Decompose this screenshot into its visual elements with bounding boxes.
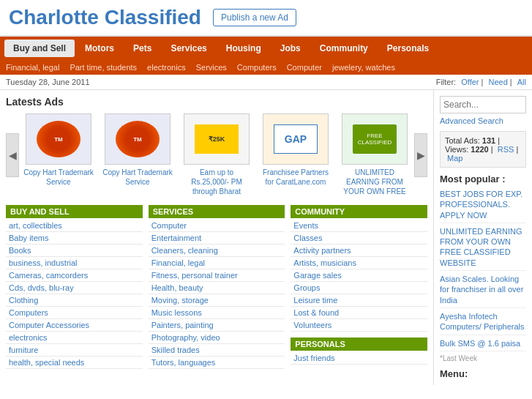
cat-leisure-time[interactable]: Leisure time <box>291 294 427 307</box>
popular-item-3[interactable]: Asian Scales. Looking for franchiser in … <box>440 274 526 308</box>
cat-groups[interactable]: Groups <box>291 282 427 294</box>
sub-nav-financial[interactable]: Financial, legal <box>6 63 59 72</box>
content-wrapper: Latests Ads ◀ TM Copy Hart Trademark Ser… <box>0 90 532 385</box>
cat-garage-sales[interactable]: Garage sales <box>291 269 427 282</box>
popular-item-2[interactable]: UNLIMITED EARNING FROM YOUR OWN FREE CLA… <box>440 226 526 271</box>
ad-label-2: Copy Hart Trademark Service <box>101 168 174 187</box>
most-popular-title: Most popular : <box>440 174 526 184</box>
cat-svc-moving[interactable]: Moving, storage <box>149 294 285 307</box>
rss-link[interactable]: RSS <box>498 145 514 154</box>
sub-nav-services[interactable]: Services <box>196 63 227 72</box>
filter-need[interactable]: Need <box>488 78 507 86</box>
views-value: 1220 <box>471 145 488 154</box>
cat-svc-fitness[interactable]: Fitness, personal trainer <box>149 269 285 282</box>
filter-all[interactable]: All <box>517 78 526 86</box>
cat-books[interactable]: Books <box>6 245 143 257</box>
ad-item-5[interactable]: FREE CLASSIFIED UNLIMITED EARNING FROM Y… <box>338 113 411 196</box>
sub-nav-jewellery[interactable]: jewelery, watches <box>332 63 395 72</box>
community-header: COMMUNITY <box>291 205 427 218</box>
publish-ad-button[interactable]: Publish a new Ad <box>213 9 296 26</box>
cat-svc-tutors[interactable]: Tutors, languages <box>149 357 285 369</box>
cat-classes[interactable]: Classes <box>291 232 427 245</box>
latest-ads-title: Latests Ads <box>6 96 427 108</box>
sub-navigation: Financial, legal Part time, students ele… <box>0 60 532 75</box>
cat-svc-financial[interactable]: Financial, legal <box>149 257 285 269</box>
cat-business-industrial[interactable]: business, industrial <box>6 257 143 269</box>
buy-and-sell-header: BUY AND SELL <box>6 205 143 218</box>
nav-item-services[interactable]: Services <box>162 40 215 57</box>
ad-item-3[interactable]: ₹25K Earn up to Rs.25,000/- PM through B… <box>180 113 253 196</box>
map-link[interactable]: Map <box>447 154 462 163</box>
cat-volunteers[interactable]: Volunteers <box>291 319 427 332</box>
ad-image-1: TM <box>26 113 91 165</box>
cat-artists[interactable]: Artists, musicians <box>291 257 427 269</box>
cat-health-special-needs[interactable]: health, special needs <box>6 357 143 369</box>
cat-just-friends[interactable]: Just friends <box>291 352 427 365</box>
cat-svc-health-beauty[interactable]: Health, beauty <box>149 282 285 294</box>
total-ads-label: Total Ads: <box>445 136 480 145</box>
menu-title: Menu: <box>440 368 526 379</box>
sub-nav-electronics[interactable]: electronics <box>147 63 186 72</box>
classified-icon: FREE CLASSIFIED <box>353 124 397 154</box>
ad-item-1[interactable]: TM Copy Hart Trademark Service <box>22 113 95 196</box>
advanced-search-link[interactable]: Advanced Search <box>440 116 526 125</box>
cat-svc-photography[interactable]: Photography, video <box>149 332 285 344</box>
ad-image-5: FREE CLASSIFIED <box>342 113 408 165</box>
sub-nav-parttime[interactable]: Part time, students <box>70 63 137 72</box>
cat-computers[interactable]: Computers <box>6 307 143 319</box>
cat-furniture[interactable]: furniture <box>6 344 143 357</box>
ads-container: TM Copy Hart Trademark Service TM Copy H… <box>22 113 411 196</box>
nav-item-personals[interactable]: Personals <box>378 40 438 57</box>
filter-links: Filter: Offer | Need | All <box>436 78 526 86</box>
cat-baby-items[interactable]: Baby items <box>6 232 143 245</box>
carousel-prev-button[interactable]: ◀ <box>6 133 19 177</box>
popular-item-1[interactable]: BEST JOBS FOR EXP. PROFESSIONALS. APPLY … <box>440 189 526 223</box>
title-part2: Classified <box>99 6 201 29</box>
cat-lost-found[interactable]: Lost & found <box>291 307 427 319</box>
stats-section: Total Ads: 131 | Views: 1220 | RSS | Map <box>440 131 526 168</box>
filter-offer[interactable]: Offer <box>461 78 479 86</box>
cat-svc-music[interactable]: Music lessons <box>149 307 285 319</box>
cat-art-collectibles[interactable]: art, collectibles <box>6 220 143 232</box>
nav-item-buy-and-sell[interactable]: Buy and Sell <box>4 40 75 57</box>
carousel-next-button[interactable]: ▶ <box>414 133 427 177</box>
sub-nav-computer[interactable]: Computer <box>287 63 322 72</box>
cat-computer-accessories[interactable]: Computer Accessories <box>6 319 143 332</box>
community-personals-column: COMMUNITY Events Classes Activity partne… <box>291 205 427 369</box>
sub-nav-computers[interactable]: Computers <box>237 63 277 72</box>
cat-svc-computer[interactable]: Computer <box>149 220 285 232</box>
date-filter-bar: Tuesday 28, June 2011 Filter: Offer | Ne… <box>0 75 532 90</box>
services-column: SERVICES Computer Entertainment Cleaners… <box>149 205 285 369</box>
cat-svc-cleaners[interactable]: Cleaners, cleaning <box>149 245 285 257</box>
main-navigation: Buy and Sell Motors Pets Services Housin… <box>0 37 532 60</box>
cat-events[interactable]: Events <box>291 220 427 232</box>
most-popular-section: Most popular : BEST JOBS FOR EXP. PROFES… <box>440 174 526 362</box>
cat-svc-painters[interactable]: Painters, painting <box>149 319 285 332</box>
nav-item-community[interactable]: Community <box>311 40 377 57</box>
total-ads-value: 131 <box>482 136 495 145</box>
trademark-icon-1: TM <box>37 121 80 157</box>
search-input[interactable] <box>440 96 526 113</box>
cat-cameras[interactable]: Cameras, camcorders <box>6 269 143 282</box>
cat-activity-partners[interactable]: Activity partners <box>291 245 427 257</box>
nav-item-jobs[interactable]: Jobs <box>271 40 310 57</box>
main-content: Latests Ads ◀ TM Copy Hart Trademark Ser… <box>0 90 433 385</box>
nav-item-housing[interactable]: Housing <box>217 40 270 57</box>
popular-item-4[interactable]: Ayesha Infotech Computers/ Peripherals <box>440 311 526 335</box>
nav-item-pets[interactable]: Pets <box>124 40 160 57</box>
cat-svc-skilled-trades[interactable]: Skilled trades <box>149 344 285 357</box>
filter-label: Filter: <box>436 78 457 86</box>
cat-cds-dvds[interactable]: Cds, dvds, blu-ray <box>6 282 143 294</box>
ad-item-2[interactable]: TM Copy Hart Trademark Service <box>101 113 174 196</box>
cat-svc-entertainment[interactable]: Entertainment <box>149 232 285 245</box>
ad-label-5: UNLIMITED EARNING FROM YOUR OWN FREE <box>338 168 411 196</box>
nav-item-motors[interactable]: Motors <box>76 40 123 57</box>
buy-and-sell-column: BUY AND SELL art, collectibles Baby item… <box>6 205 143 369</box>
search-section: Advanced Search <box>440 96 526 125</box>
ad-label-3: Earn up to Rs.25,000/- PM through Bharat <box>180 168 253 196</box>
personals-header: PERSONALS <box>291 338 427 351</box>
cat-clothing[interactable]: Clothing <box>6 294 143 307</box>
popular-item-5[interactable]: Bulk SMS @ 1.6 paisa <box>440 338 526 351</box>
cat-electronics[interactable]: electronics <box>6 332 143 344</box>
ad-item-4[interactable]: GAP Franchisee Partners for CaratLane.co… <box>259 113 332 196</box>
